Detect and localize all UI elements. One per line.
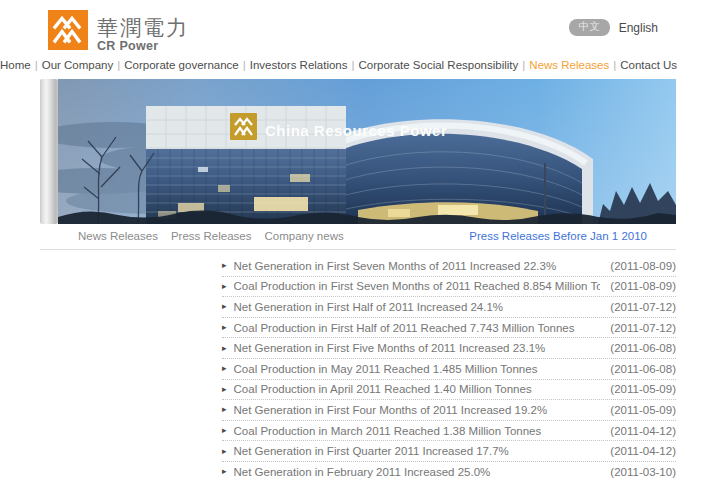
- news-row: ▸ Coal Production in First Seven Months …: [222, 277, 676, 298]
- logo-title-chinese: 華潤電力: [97, 16, 189, 39]
- language-english-button[interactable]: English: [619, 21, 658, 35]
- triangle-bullet-icon: ▸: [222, 426, 227, 435]
- triangle-bullet-icon: ▸: [222, 447, 227, 456]
- news-date: (2011-08-09): [610, 280, 676, 292]
- nav-separator: |: [117, 59, 120, 71]
- news-row: ▸ Net Generation in First Four Months of…: [222, 400, 676, 421]
- news-title-link[interactable]: Net Generation in First Quarter 2011 Inc…: [234, 445, 601, 457]
- nav-item-our-company[interactable]: Our Company: [42, 59, 114, 71]
- news-row: ▸ Coal Production in March 2011 Reached …: [222, 421, 676, 442]
- company-logo[interactable]: 華潤電力 CR Power: [48, 10, 189, 53]
- news-row: ▸ Net Generation in First Quarter 2011 I…: [222, 441, 676, 462]
- language-switcher: 中文 English: [569, 19, 658, 36]
- building-sign-text: China Resources Power: [265, 122, 447, 139]
- news-date: (2011-05-09): [610, 383, 676, 395]
- cr-logo-icon: [48, 10, 88, 50]
- news-date: (2011-07-12): [610, 322, 676, 334]
- news-title-link[interactable]: Coal Production in April 2011 Reached 1.…: [234, 383, 601, 395]
- news-row: ▸ Coal Production in May 2011 Reached 1.…: [222, 359, 676, 380]
- news-date: (2011-06-08): [610, 342, 676, 354]
- news-date: (2011-03-10): [610, 466, 676, 478]
- news-date: (2011-04-12): [610, 445, 676, 457]
- news-title-link[interactable]: Coal Production in First Seven Months of…: [234, 280, 601, 292]
- news-title-link[interactable]: Coal Production in First Half of 2011 Re…: [234, 322, 601, 334]
- news-row: ▸ Coal Production in First Half of 2011 …: [222, 318, 676, 339]
- news-list: ▸ Net Generation in First Seven Months o…: [222, 256, 676, 480]
- nav-item-contact-us[interactable]: Contact Us: [620, 59, 677, 71]
- nav-separator: |: [613, 59, 616, 71]
- news-title-link[interactable]: Coal Production in May 2011 Reached 1.48…: [234, 363, 601, 375]
- news-row: ▸ Net Generation in First Seven Months o…: [222, 256, 676, 277]
- nav-separator: |: [352, 59, 355, 71]
- news-date: (2011-06-08): [610, 363, 676, 375]
- news-title-link[interactable]: Net Generation in First Four Months of 2…: [234, 404, 601, 416]
- news-date: (2011-05-09): [610, 404, 676, 416]
- news-title-link[interactable]: Net Generation in February 2011 Increase…: [234, 466, 601, 478]
- nav-item-corporate-governance[interactable]: Corporate governance: [124, 59, 238, 71]
- logo-title-english: CR Power: [97, 39, 189, 53]
- logo-text: 華潤電力 CR Power: [97, 10, 189, 53]
- language-chinese-button[interactable]: 中文: [569, 19, 610, 36]
- subnav-tab-news-releases[interactable]: News Releases: [78, 230, 158, 242]
- news-row: ▸ Coal Production in April 2011 Reached …: [222, 380, 676, 401]
- news-title-link[interactable]: Net Generation in First Five Months of 2…: [234, 342, 601, 354]
- subnav-tabs: News Releases Press Releases Company new…: [78, 230, 344, 242]
- triangle-bullet-icon: ▸: [222, 344, 227, 353]
- triangle-bullet-icon: ▸: [222, 405, 227, 414]
- content-divider: [40, 249, 676, 250]
- triangle-bullet-icon: ▸: [222, 282, 227, 291]
- news-date: (2011-07-12): [610, 301, 676, 313]
- triangle-bullet-icon: ▸: [222, 467, 227, 476]
- nav-separator: |: [522, 59, 525, 71]
- news-title-link[interactable]: Net Generation in First Half of 2011 Inc…: [234, 301, 601, 313]
- news-title-link[interactable]: Coal Production in March 2011 Reached 1.…: [234, 425, 601, 437]
- section-subnav: News Releases Press Releases Company new…: [40, 228, 676, 245]
- nav-item-news-releases[interactable]: News Releases: [529, 59, 609, 71]
- news-row: ▸ Net Generation in First Half of 2011 I…: [222, 297, 676, 318]
- triangle-bullet-icon: ▸: [222, 302, 227, 311]
- triangle-bullet-icon: ▸: [222, 385, 227, 394]
- news-date: (2011-04-12): [610, 425, 676, 437]
- nav-item-csr[interactable]: Corporate Social Responsibility: [359, 59, 519, 71]
- news-row: ▸ Net Generation in First Five Months of…: [222, 338, 676, 359]
- archive-link[interactable]: Press Releases Before Jan 1 2010: [469, 230, 647, 242]
- triangle-bullet-icon: ▸: [222, 261, 227, 270]
- triangle-bullet-icon: ▸: [222, 364, 227, 373]
- subnav-tab-press-releases[interactable]: Press Releases: [171, 230, 252, 242]
- building-photo: China Resources Power: [58, 79, 676, 224]
- nav-separator: |: [243, 59, 246, 71]
- nav-separator: |: [35, 59, 38, 71]
- nav-item-home[interactable]: Home: [0, 59, 31, 71]
- banner-edge-roll: [40, 79, 58, 224]
- main-navigation: Home|Our Company|Corporate governance|In…: [0, 57, 720, 73]
- news-title-link[interactable]: Net Generation in First Seven Months of …: [234, 260, 601, 272]
- hero-banner: China Resources Power: [40, 79, 676, 224]
- page-header: 華潤電力 CR Power 中文 English: [0, 0, 720, 57]
- news-row: ▸ Net Generation in February 2011 Increa…: [222, 462, 676, 480]
- subnav-tab-company-news[interactable]: Company news: [264, 230, 343, 242]
- news-date: (2011-08-09): [610, 260, 676, 272]
- triangle-bullet-icon: ▸: [222, 323, 227, 332]
- nav-item-investors-relations[interactable]: Investors Relations: [250, 59, 348, 71]
